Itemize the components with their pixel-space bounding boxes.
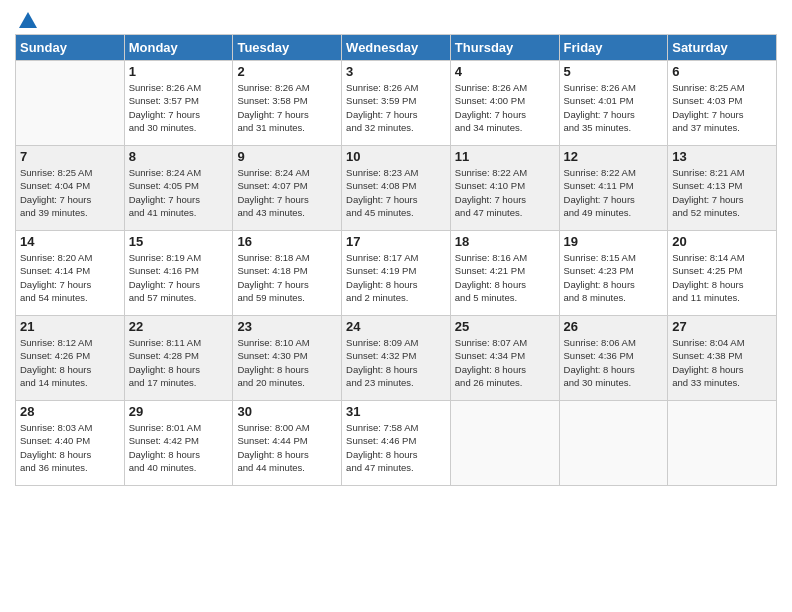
day-number: 24 <box>346 319 446 334</box>
day-content: Sunrise: 8:24 AMSunset: 4:07 PMDaylight:… <box>237 166 337 219</box>
svg-marker-0 <box>19 12 37 28</box>
week-row-3: 14Sunrise: 8:20 AMSunset: 4:14 PMDayligh… <box>16 231 777 316</box>
day-number: 13 <box>672 149 772 164</box>
week-row-1: 1Sunrise: 8:26 AMSunset: 3:57 PMDaylight… <box>16 61 777 146</box>
day-number: 30 <box>237 404 337 419</box>
day-number: 27 <box>672 319 772 334</box>
day-content: Sunrise: 8:25 AMSunset: 4:03 PMDaylight:… <box>672 81 772 134</box>
day-number: 29 <box>129 404 229 419</box>
header-cell-thursday: Thursday <box>450 35 559 61</box>
day-content: Sunrise: 8:18 AMSunset: 4:18 PMDaylight:… <box>237 251 337 304</box>
header-cell-friday: Friday <box>559 35 668 61</box>
day-content: Sunrise: 8:26 AMSunset: 4:00 PMDaylight:… <box>455 81 555 134</box>
logo-icon <box>17 10 39 32</box>
day-content: Sunrise: 8:11 AMSunset: 4:28 PMDaylight:… <box>129 336 229 389</box>
day-cell: 30Sunrise: 8:00 AMSunset: 4:44 PMDayligh… <box>233 401 342 486</box>
header-cell-monday: Monday <box>124 35 233 61</box>
day-content: Sunrise: 8:25 AMSunset: 4:04 PMDaylight:… <box>20 166 120 219</box>
day-content: Sunrise: 8:22 AMSunset: 4:10 PMDaylight:… <box>455 166 555 219</box>
week-row-2: 7Sunrise: 8:25 AMSunset: 4:04 PMDaylight… <box>16 146 777 231</box>
day-cell: 8Sunrise: 8:24 AMSunset: 4:05 PMDaylight… <box>124 146 233 231</box>
day-cell: 2Sunrise: 8:26 AMSunset: 3:58 PMDaylight… <box>233 61 342 146</box>
day-cell: 15Sunrise: 8:19 AMSunset: 4:16 PMDayligh… <box>124 231 233 316</box>
day-cell: 3Sunrise: 8:26 AMSunset: 3:59 PMDaylight… <box>342 61 451 146</box>
day-content: Sunrise: 8:26 AMSunset: 4:01 PMDaylight:… <box>564 81 664 134</box>
day-cell: 26Sunrise: 8:06 AMSunset: 4:36 PMDayligh… <box>559 316 668 401</box>
day-content: Sunrise: 8:21 AMSunset: 4:13 PMDaylight:… <box>672 166 772 219</box>
logo <box>15 10 39 28</box>
day-number: 4 <box>455 64 555 79</box>
day-number: 19 <box>564 234 664 249</box>
day-content: Sunrise: 8:10 AMSunset: 4:30 PMDaylight:… <box>237 336 337 389</box>
day-number: 7 <box>20 149 120 164</box>
day-cell: 23Sunrise: 8:10 AMSunset: 4:30 PMDayligh… <box>233 316 342 401</box>
day-content: Sunrise: 8:24 AMSunset: 4:05 PMDaylight:… <box>129 166 229 219</box>
day-number: 2 <box>237 64 337 79</box>
header <box>15 10 777 28</box>
day-cell: 4Sunrise: 8:26 AMSunset: 4:00 PMDaylight… <box>450 61 559 146</box>
day-cell: 5Sunrise: 8:26 AMSunset: 4:01 PMDaylight… <box>559 61 668 146</box>
day-cell: 17Sunrise: 8:17 AMSunset: 4:19 PMDayligh… <box>342 231 451 316</box>
day-cell: 24Sunrise: 8:09 AMSunset: 4:32 PMDayligh… <box>342 316 451 401</box>
day-content: Sunrise: 8:19 AMSunset: 4:16 PMDaylight:… <box>129 251 229 304</box>
day-number: 17 <box>346 234 446 249</box>
header-cell-tuesday: Tuesday <box>233 35 342 61</box>
week-row-5: 28Sunrise: 8:03 AMSunset: 4:40 PMDayligh… <box>16 401 777 486</box>
day-number: 1 <box>129 64 229 79</box>
day-content: Sunrise: 8:17 AMSunset: 4:19 PMDaylight:… <box>346 251 446 304</box>
day-number: 5 <box>564 64 664 79</box>
day-cell: 13Sunrise: 8:21 AMSunset: 4:13 PMDayligh… <box>668 146 777 231</box>
week-row-4: 21Sunrise: 8:12 AMSunset: 4:26 PMDayligh… <box>16 316 777 401</box>
day-content: Sunrise: 8:09 AMSunset: 4:32 PMDaylight:… <box>346 336 446 389</box>
day-content: Sunrise: 8:22 AMSunset: 4:11 PMDaylight:… <box>564 166 664 219</box>
day-number: 21 <box>20 319 120 334</box>
day-cell: 12Sunrise: 8:22 AMSunset: 4:11 PMDayligh… <box>559 146 668 231</box>
calendar-table: SundayMondayTuesdayWednesdayThursdayFrid… <box>15 34 777 486</box>
day-content: Sunrise: 8:12 AMSunset: 4:26 PMDaylight:… <box>20 336 120 389</box>
day-cell: 1Sunrise: 8:26 AMSunset: 3:57 PMDaylight… <box>124 61 233 146</box>
day-content: Sunrise: 8:00 AMSunset: 4:44 PMDaylight:… <box>237 421 337 474</box>
day-cell: 29Sunrise: 8:01 AMSunset: 4:42 PMDayligh… <box>124 401 233 486</box>
day-number: 31 <box>346 404 446 419</box>
day-content: Sunrise: 8:26 AMSunset: 3:59 PMDaylight:… <box>346 81 446 134</box>
day-cell <box>16 61 125 146</box>
day-number: 6 <box>672 64 772 79</box>
day-number: 20 <box>672 234 772 249</box>
day-cell: 11Sunrise: 8:22 AMSunset: 4:10 PMDayligh… <box>450 146 559 231</box>
day-content: Sunrise: 8:04 AMSunset: 4:38 PMDaylight:… <box>672 336 772 389</box>
day-cell <box>450 401 559 486</box>
day-cell: 14Sunrise: 8:20 AMSunset: 4:14 PMDayligh… <box>16 231 125 316</box>
day-number: 11 <box>455 149 555 164</box>
day-cell: 9Sunrise: 8:24 AMSunset: 4:07 PMDaylight… <box>233 146 342 231</box>
page: SundayMondayTuesdayWednesdayThursdayFrid… <box>0 0 792 612</box>
day-content: Sunrise: 8:14 AMSunset: 4:25 PMDaylight:… <box>672 251 772 304</box>
day-cell: 16Sunrise: 8:18 AMSunset: 4:18 PMDayligh… <box>233 231 342 316</box>
header-row: SundayMondayTuesdayWednesdayThursdayFrid… <box>16 35 777 61</box>
day-number: 9 <box>237 149 337 164</box>
day-cell: 21Sunrise: 8:12 AMSunset: 4:26 PMDayligh… <box>16 316 125 401</box>
day-cell: 6Sunrise: 8:25 AMSunset: 4:03 PMDaylight… <box>668 61 777 146</box>
day-cell: 28Sunrise: 8:03 AMSunset: 4:40 PMDayligh… <box>16 401 125 486</box>
day-number: 15 <box>129 234 229 249</box>
day-cell <box>668 401 777 486</box>
day-cell: 25Sunrise: 8:07 AMSunset: 4:34 PMDayligh… <box>450 316 559 401</box>
day-cell: 22Sunrise: 8:11 AMSunset: 4:28 PMDayligh… <box>124 316 233 401</box>
day-number: 16 <box>237 234 337 249</box>
day-number: 14 <box>20 234 120 249</box>
day-cell: 18Sunrise: 8:16 AMSunset: 4:21 PMDayligh… <box>450 231 559 316</box>
day-number: 18 <box>455 234 555 249</box>
day-cell <box>559 401 668 486</box>
day-content: Sunrise: 8:23 AMSunset: 4:08 PMDaylight:… <box>346 166 446 219</box>
header-cell-sunday: Sunday <box>16 35 125 61</box>
day-cell: 10Sunrise: 8:23 AMSunset: 4:08 PMDayligh… <box>342 146 451 231</box>
day-cell: 20Sunrise: 8:14 AMSunset: 4:25 PMDayligh… <box>668 231 777 316</box>
day-content: Sunrise: 8:03 AMSunset: 4:40 PMDaylight:… <box>20 421 120 474</box>
day-content: Sunrise: 7:58 AMSunset: 4:46 PMDaylight:… <box>346 421 446 474</box>
day-number: 25 <box>455 319 555 334</box>
day-content: Sunrise: 8:26 AMSunset: 3:57 PMDaylight:… <box>129 81 229 134</box>
day-cell: 7Sunrise: 8:25 AMSunset: 4:04 PMDaylight… <box>16 146 125 231</box>
day-number: 3 <box>346 64 446 79</box>
day-content: Sunrise: 8:20 AMSunset: 4:14 PMDaylight:… <box>20 251 120 304</box>
day-content: Sunrise: 8:16 AMSunset: 4:21 PMDaylight:… <box>455 251 555 304</box>
day-number: 26 <box>564 319 664 334</box>
